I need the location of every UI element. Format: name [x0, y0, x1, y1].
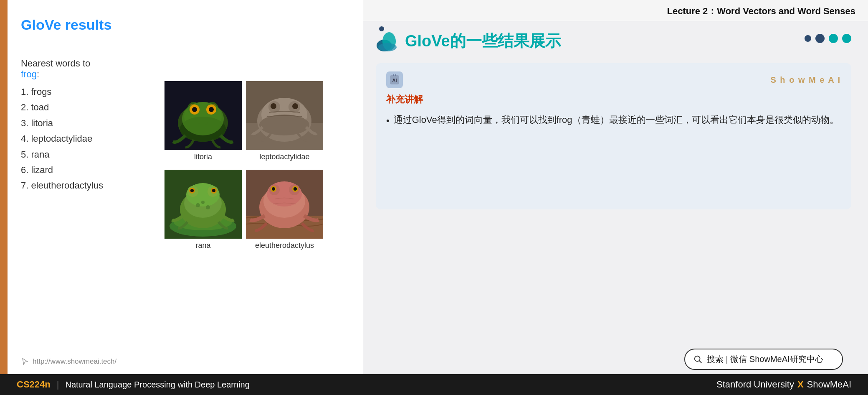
search-icon: [693, 355, 703, 364]
svg-point-39: [201, 201, 205, 204]
svg-point-24: [259, 115, 309, 135]
svg-point-23: [292, 103, 298, 109]
slide-url: http://www.showmeai.tech/: [21, 357, 116, 366]
dot-2: [815, 34, 825, 43]
image-eleutherodactylus: eleutherodactylus: [244, 168, 325, 252]
main-container: GloVe results Nearest words to frog: 1. …: [0, 0, 868, 374]
svg-point-58: [695, 356, 700, 361]
stanford-text: Stanford University: [716, 379, 794, 390]
slide-title: GloVe results: [21, 17, 350, 33]
dot-3: [829, 34, 838, 43]
orange-bar: [0, 0, 8, 374]
bottom-bar: CS224n | Natural Language Processing wit…: [0, 374, 868, 395]
annotation-box: AI S h o w M e A I 补充讲解 • 通过GloVe得到的词向量，…: [376, 63, 851, 209]
wave-icon-container: [376, 30, 399, 53]
dot-4: [842, 34, 851, 43]
annotation-text: • 通过GloVe得到的词向量，我们可以找到frog（青蛙）最接近的一些词汇，可…: [386, 112, 841, 128]
svg-point-14: [192, 107, 197, 112]
svg-point-53: [378, 43, 397, 51]
annotation-header: AI S h o w M e A I: [386, 71, 841, 88]
ai-icon-box: AI: [386, 71, 403, 88]
lecture-title: Lecture 2：Word Vectors and Word Senses: [363, 0, 868, 21]
nearest-words-label: Nearest words to frog:: [21, 58, 350, 80]
frog-word[interactable]: frog: [21, 69, 37, 79]
image-rana: rana: [162, 168, 244, 252]
showmeai-footer-text: ShowMeAI: [807, 379, 851, 390]
right-content: GloVe的一些结果展示 AI: [363, 21, 868, 374]
ai-icon: AI: [389, 74, 400, 85]
small-dot: [379, 26, 384, 31]
image-label-eleutherodactylus: eleutherodactylus: [255, 241, 314, 250]
frog-img-2: [246, 81, 323, 150]
wave-icon: [376, 30, 399, 53]
svg-point-50: [294, 187, 297, 191]
bottom-divider: |: [57, 379, 59, 390]
svg-line-59: [699, 360, 702, 363]
svg-rect-57: [395, 74, 396, 76]
svg-point-15: [209, 107, 214, 112]
svg-point-11: [182, 102, 224, 135]
image-label-litoria: litoria: [194, 153, 212, 161]
bottom-right: Stanford University X ShowMeAI: [716, 379, 851, 390]
image-label-leptodactylidae: leptodactylidae: [259, 153, 309, 161]
svg-rect-56: [393, 74, 394, 76]
bullet-dot: •: [386, 113, 390, 128]
svg-point-37: [196, 203, 200, 207]
svg-point-35: [190, 189, 194, 192]
slide-panel: GloVe results Nearest words to frog: 1. …: [0, 0, 363, 374]
search-box-container: 搜索 | 微信 ShowMeAI研究中心: [684, 349, 843, 370]
svg-text:AI: AI: [392, 78, 397, 83]
x-symbol: X: [797, 379, 804, 390]
glove-header: GloVe的一些结果展示: [376, 30, 851, 53]
search-label[interactable]: 搜索 | 微信 ShowMeAI研究中心: [707, 354, 823, 365]
cursor-icon: [21, 357, 29, 366]
svg-point-38: [206, 205, 210, 209]
bottom-left: CS224n | Natural Language Processing wit…: [17, 379, 250, 390]
image-litoria: litoria: [162, 79, 244, 163]
frog-img-1: [164, 81, 242, 150]
annotation-bullet: • 通过GloVe得到的词向量，我们可以找到frog（青蛙）最接近的一些词汇，可…: [386, 112, 841, 128]
images-grid: litoria: [162, 79, 338, 256]
right-panel: Lecture 2：Word Vectors and Word Senses G…: [363, 0, 868, 374]
slide-content: GloVe results Nearest words to frog: 1. …: [13, 0, 363, 374]
dot-1: [805, 35, 811, 42]
annotation-content: 通过GloVe得到的词向量，我们可以找到frog（青蛙）最接近的一些词汇，可以看…: [394, 112, 839, 128]
svg-point-22: [271, 103, 276, 109]
glove-chinese-title: GloVe的一些结果展示: [405, 31, 561, 52]
frog-img-4: [246, 170, 323, 239]
dots-container: [805, 34, 851, 43]
svg-point-36: [212, 189, 215, 192]
annotation-subtitle: 补充讲解: [386, 93, 841, 106]
frog-img-3: [164, 170, 242, 239]
svg-point-49: [272, 187, 275, 191]
search-box[interactable]: 搜索 | 微信 ShowMeAI研究中心: [684, 349, 843, 370]
image-label-rana: rana: [195, 241, 210, 250]
url-text[interactable]: http://www.showmeai.tech/: [33, 357, 116, 366]
course-name: Natural Language Processing with Deep Le…: [65, 380, 249, 390]
showmeai-brand: S h o w M e A I: [770, 75, 841, 85]
image-leptodactylidae: leptodactylidae: [244, 79, 325, 163]
course-code: CS224n: [17, 379, 51, 390]
